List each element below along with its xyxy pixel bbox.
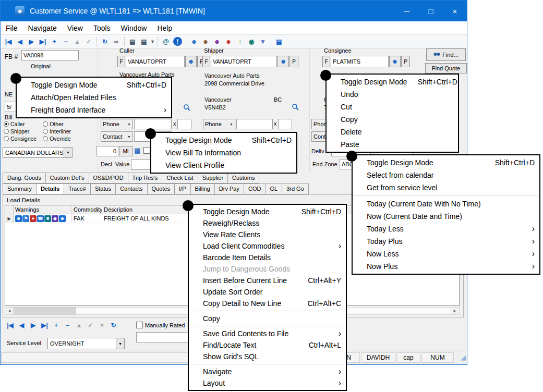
information-icon[interactable]: ! (173, 37, 182, 46)
menu-item-view-rate-clients[interactable]: View Rate Clients (189, 229, 346, 240)
post-edit-icon[interactable]: ✓ (83, 36, 94, 47)
filter-icon[interactable]: ▼ (257, 36, 269, 47)
next-record-icon[interactable]: ▶ (28, 320, 39, 330)
attachments-icon[interactable]: ∞ (111, 36, 122, 47)
shipper-client-icon[interactable]: ☻ (277, 56, 289, 67)
manually-rated-checkbox[interactable] (136, 322, 143, 328)
menu-item-today-plus[interactable]: Today Plus› (353, 235, 539, 248)
caller-phone-ext-input[interactable] (177, 119, 191, 129)
radio-override[interactable]: Override (43, 135, 71, 142)
menu-item-view-client-profile[interactable]: View Client Profile (151, 159, 296, 172)
shipper-phone-type-select[interactable]: Phone▼ (203, 119, 235, 129)
menu-item-now-current-date-and-time-[interactable]: Now (Current Date and Time) (353, 210, 539, 223)
menu-item-copy[interactable]: Copy (189, 313, 346, 324)
consignee-p-button[interactable]: P (401, 56, 410, 67)
menu-item-save-grid-contents-to-file[interactable]: Save Grid Contents to File› (189, 328, 346, 339)
column-header-commodity[interactable]: Commodity (72, 205, 102, 214)
last-record-icon[interactable]: ▶| (37, 36, 49, 47)
consignee-client-icon[interactable]: ☻ (389, 56, 401, 67)
menu-item-today-current-date-with-no-time-[interactable]: Today (Current Date With No Time) (353, 198, 539, 210)
print-icon[interactable]: ▤ (127, 36, 138, 47)
tab-summary[interactable]: Summary (3, 183, 37, 194)
shipper-f-button[interactable]: F (202, 56, 210, 67)
menu-item-delete[interactable]: Delete (327, 126, 458, 138)
option-checkbox[interactable] (143, 147, 150, 154)
menu-tools[interactable]: Tools (88, 21, 116, 34)
chevron-down-icon[interactable]: ▼ (64, 148, 72, 157)
menu-item-now-less[interactable]: Now Less› (353, 248, 539, 260)
shipper-phone-input[interactable] (236, 119, 273, 129)
tab-status[interactable]: Status (91, 183, 116, 194)
cancel-edit-icon[interactable]: × (96, 320, 107, 330)
radio-caller[interactable]: Caller (4, 120, 37, 127)
menu-item-toggle-design-mode[interactable]: Toggle Design ModeShift+Ctrl+D (17, 79, 171, 91)
print-preview-icon[interactable]: ▤ (138, 36, 150, 47)
carrier-profiles-icon[interactable]: ☻ (211, 36, 223, 47)
tab-dang-goods[interactable]: Dang. Goods (3, 173, 46, 183)
scroll-thumb[interactable] (14, 308, 76, 314)
tab-os-d-pod[interactable]: OS&D/POD (89, 173, 128, 183)
tab-i-p[interactable]: I/P (175, 183, 190, 194)
tab-billing[interactable]: Billing (191, 183, 215, 194)
menu-item-show-grid-s-sql[interactable]: Show Grid's SQL (189, 351, 346, 362)
menu-window[interactable]: Window (116, 21, 152, 34)
shipper-p-button[interactable]: P (289, 56, 298, 67)
tab-supplier[interactable]: Supplier (198, 173, 228, 183)
menu-item-insert-before-current-line[interactable]: Insert Before Current LineCtrl+Alt+Y (189, 275, 346, 286)
menu-item-load-client-commodities[interactable]: Load Client Commodities› (189, 240, 346, 252)
scroll-left-icon[interactable]: ◄ (5, 308, 14, 314)
radio-consignee[interactable]: Consignee (4, 135, 37, 142)
menu-item-paste[interactable]: Paste (327, 138, 458, 151)
tab-check-list[interactable]: Check List (162, 173, 198, 183)
tab-3rd-go[interactable]: 3rd Go (282, 183, 309, 194)
first-record-icon[interactable]: |◀ (3, 36, 14, 47)
fb-number-input[interactable] (21, 50, 79, 60)
tab-details[interactable]: Details (37, 183, 64, 194)
menu-item-today-less[interactable]: Today Less› (353, 223, 539, 235)
insert-record-icon[interactable]: + (49, 36, 60, 47)
consignee-code-input[interactable] (331, 56, 389, 67)
minimize-button[interactable]: ─ (395, 1, 419, 21)
currency-select[interactable]: CANADIAN DOLLARS ▼ (3, 147, 73, 158)
column-header-warnings[interactable]: Warnings (14, 205, 72, 214)
calculator-icon[interactable]: ▦ (134, 146, 140, 154)
menu-file[interactable]: File (1, 21, 23, 34)
caller-f-button[interactable]: F (117, 56, 125, 67)
last-record-icon[interactable]: ▶| (39, 320, 50, 330)
post-edit-icon[interactable]: ✓ (85, 320, 96, 330)
caller-phone-input[interactable] (134, 119, 172, 129)
refresh-icon[interactable]: ↻ (99, 36, 111, 47)
shipper-code-input[interactable] (211, 56, 277, 67)
service-level-select[interactable]: OVERNIGHT ▼ (47, 338, 125, 349)
radio-interliner[interactable]: Interliner (43, 128, 71, 134)
menu-help[interactable]: Help (152, 21, 177, 34)
first-record-icon[interactable]: |◀ (5, 320, 16, 330)
delete-record-icon[interactable]: − (60, 36, 71, 47)
next-record-icon[interactable]: ▶ (26, 36, 37, 47)
scroll-right-icon[interactable]: ► (451, 308, 459, 314)
caller-search-icon[interactable] (183, 104, 190, 113)
web-browser-icon[interactable]: @ (160, 36, 172, 47)
menu-item-layout[interactable]: Layout› (189, 377, 346, 389)
caller-contact-select[interactable]: Contact▼ (101, 131, 133, 142)
radio-other[interactable]: Other (43, 120, 71, 127)
dispatch-icon[interactable]: ↑ (234, 36, 246, 47)
menu-item-reweigh-reclass[interactable]: Reweigh/Reclass (189, 217, 346, 229)
find-quote-button[interactable]: Find Quote (425, 63, 467, 74)
internet-icon[interactable]: ◉ (246, 36, 257, 47)
refresh-icon[interactable]: ↻ (108, 320, 119, 330)
menu-item-get-from-service-level[interactable]: Get from service level (353, 181, 539, 194)
rated-by-input[interactable] (136, 332, 188, 342)
menu-item-copy-detail-to-new-line[interactable]: Copy Detail to New LineCtrl+Alt+C (189, 298, 346, 309)
chevron-down-icon[interactable]: ▼ (150, 36, 155, 47)
tab-drv-pay[interactable]: Drv Pay (215, 183, 244, 194)
close-button[interactable]: × (443, 1, 467, 21)
menu-item-freight-board-interface[interactable]: Freight Board Interface› (17, 104, 171, 116)
shipper-phone-ext-input[interactable] (278, 119, 292, 129)
tab-contacts[interactable]: Contacts (116, 183, 147, 194)
distance-input[interactable] (96, 146, 118, 156)
menu-item-toggle-design-mode[interactable]: Toggle Design ModeShift+Ctrl+D (151, 134, 296, 146)
find-button[interactable]: Find... (426, 48, 466, 61)
caller-client-icon[interactable]: ☻ (185, 56, 197, 67)
edit-record-icon[interactable]: ▲ (71, 36, 83, 47)
